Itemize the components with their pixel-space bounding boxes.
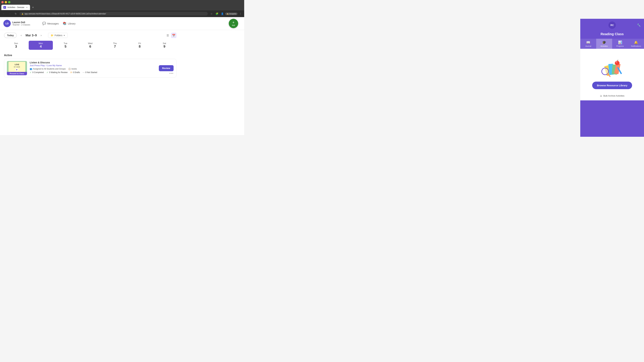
browser-chrome: ✕ – □ S Activities - Seesaw ✕ + ← → ↻ 🔒 … bbox=[0, 0, 244, 17]
list-view-toggle[interactable]: ☰ bbox=[165, 33, 170, 38]
day-cell-fri[interactable]: Fri 8 bbox=[128, 41, 152, 50]
folders-icon: 📁 bbox=[51, 34, 54, 37]
back-button[interactable]: ← bbox=[1, 11, 6, 16]
library-label: Library bbox=[68, 22, 76, 25]
activity-thumbnail[interactable]: LOVE MY NAME Present to Class bbox=[7, 61, 27, 75]
day-name-mon: Mon bbox=[38, 42, 43, 44]
day-name-fri: Fri bbox=[138, 42, 141, 44]
messages-label: Messages bbox=[47, 22, 59, 25]
user-role: Teacher - 2 Classes bbox=[12, 24, 30, 26]
day-num-mon: 4 bbox=[40, 44, 42, 48]
url-bar[interactable]: 🔒 app.seesaw.me/#/class/class.c30aacd0-6… bbox=[20, 12, 208, 15]
add-button[interactable]: + Add bbox=[229, 19, 238, 28]
prev-week-button[interactable]: ‹ bbox=[19, 33, 24, 38]
day-name-sun: Sun bbox=[14, 42, 18, 44]
next-week-button[interactable]: › bbox=[39, 33, 44, 38]
activity-meta: 👥 Assigned to All Students and Groups 📋 … bbox=[30, 68, 156, 70]
not-started-stat: — 0 Not Started bbox=[83, 71, 97, 73]
top-nav: LD Lauren Deli Teacher - 2 Classes 💬 Mes… bbox=[0, 17, 244, 30]
main-content: Today ‹ Mar 3–9 › 📁 Folders ▼ ☰ 📅 Sun 3 … bbox=[0, 30, 180, 135]
day-name-tue: Tue bbox=[64, 42, 68, 44]
plus-icon: + bbox=[232, 21, 234, 24]
day-cell-wed[interactable]: Wed 6 bbox=[78, 41, 102, 50]
new-tab-button[interactable]: + bbox=[31, 5, 35, 9]
day-num-fri: 8 bbox=[139, 44, 140, 48]
library-icon: 📚 bbox=[63, 22, 66, 25]
active-tab[interactable]: S Activities - Seesaw ✕ bbox=[1, 5, 30, 10]
incognito-label: Incognito bbox=[229, 13, 236, 15]
lock-icon: 🔒 bbox=[22, 13, 24, 15]
folders-label: Folders bbox=[54, 34, 62, 37]
incognito-icon: 🕵 bbox=[226, 13, 228, 15]
messages-link[interactable]: 💬 Messages bbox=[42, 22, 59, 25]
completed-check-icon: ✓ bbox=[30, 71, 32, 74]
day-num-sat: 9 bbox=[164, 44, 165, 48]
assigned-text: Assigned to All Students and Groups bbox=[33, 68, 66, 70]
address-bar: ← → ↻ 🔒 app.seesaw.me/#/class/class.c30a… bbox=[0, 10, 244, 17]
activity-stats: ✓ 0 Completed ✓ 0 Waiting for Review ⟳ 0… bbox=[30, 71, 156, 74]
day-cell-tue[interactable]: Tue 5 bbox=[54, 41, 78, 50]
library-link[interactable]: 📚 Library bbox=[63, 22, 76, 25]
drafts-stat: ⟳ 0 Drafts bbox=[70, 71, 80, 74]
completed-text: 0 Completed bbox=[32, 71, 44, 73]
not-started-icon: — bbox=[83, 71, 85, 73]
tag-icon: 📋 bbox=[68, 68, 71, 70]
profile-button[interactable]: 👤 bbox=[220, 11, 224, 16]
date-range: Mar 3–9 bbox=[26, 34, 37, 37]
tag-meta: 📋 books bbox=[68, 68, 77, 70]
tab-bar: S Activities - Seesaw ✕ + bbox=[0, 4, 244, 10]
present-to-class-overlay[interactable]: Present to Class bbox=[7, 72, 27, 75]
tab-close-btn[interactable]: ✕ bbox=[26, 6, 28, 8]
day-cell-thu[interactable]: Thu 7 bbox=[103, 41, 127, 50]
messages-icon: 💬 bbox=[42, 22, 46, 25]
waiting-stat: ✓ 0 Waiting for Review bbox=[46, 71, 68, 74]
more-menu-button[interactable]: ••• bbox=[170, 72, 174, 75]
window-min-btn[interactable]: – bbox=[5, 1, 7, 3]
view-toggles: ☰ 📅 bbox=[165, 33, 176, 38]
activity-card: LOVE MY NAME Present to Class Listen & D… bbox=[4, 59, 176, 77]
svg-text:LOVE: LOVE bbox=[14, 64, 19, 65]
nav-links: 💬 Messages 📚 Library bbox=[42, 22, 229, 25]
day-name-sat: Sat bbox=[163, 42, 166, 44]
day-cell-sat[interactable]: Sat 9 bbox=[152, 41, 176, 50]
not-started-text: 0 Not Started bbox=[85, 71, 97, 73]
day-num-tue: 5 bbox=[64, 44, 66, 48]
review-button[interactable]: Review bbox=[159, 65, 174, 71]
calendar-view-toggle[interactable]: 📅 bbox=[171, 33, 176, 38]
drafts-icon: ⟳ bbox=[70, 71, 72, 74]
activity-subtitle: Just Press Play: I Love My Name bbox=[30, 64, 156, 67]
assigned-meta: 👥 Assigned to All Students and Groups bbox=[30, 68, 66, 70]
tag-text: books bbox=[72, 68, 77, 70]
drafts-text: 0 Drafts bbox=[73, 71, 80, 73]
incognito-badge: 🕵 Incognito bbox=[225, 12, 238, 15]
completed-stat: ✓ 0 Completed bbox=[30, 71, 44, 74]
url-text: app.seesaw.me/#/class/class.c30aacd0-6c0… bbox=[24, 12, 206, 15]
window-max-btn[interactable]: □ bbox=[8, 1, 10, 3]
day-name-wed: Wed bbox=[88, 42, 92, 44]
refresh-button[interactable]: ↻ bbox=[14, 11, 18, 16]
add-label: Add bbox=[232, 24, 235, 26]
user-avatar[interactable]: LD bbox=[3, 20, 11, 27]
activity-info: Listen & Discuss Just Press Play: I Love… bbox=[30, 61, 156, 74]
window-close-btn[interactable]: ✕ bbox=[1, 1, 4, 3]
people-icon: 👥 bbox=[30, 68, 32, 70]
bookmark-button[interactable]: ☆ bbox=[209, 11, 214, 16]
day-cell-sun[interactable]: Sun 3 bbox=[4, 41, 28, 50]
browser-actions: ☆ 🧩 👤 🕵 Incognito ⋮ bbox=[209, 11, 243, 16]
extensions-button[interactable]: 🧩 bbox=[214, 11, 219, 16]
day-name-thu: Thu bbox=[113, 42, 117, 44]
day-cell-mon[interactable]: Mon 4 bbox=[29, 41, 53, 50]
today-button[interactable]: Today bbox=[4, 33, 17, 38]
day-num-sun: 3 bbox=[15, 44, 17, 48]
chevron-down-icon: ▼ bbox=[64, 34, 65, 36]
app-container: LD Lauren Deli Teacher - 2 Classes 💬 Mes… bbox=[0, 17, 244, 135]
user-info: LD Lauren Deli Teacher - 2 Classes bbox=[3, 20, 37, 27]
calendar-week: Sun 3 Mon 4 Tue 5 Wed 6 Thu 7 Fri 8 bbox=[4, 41, 176, 50]
menu-button[interactable]: ⋮ bbox=[238, 11, 243, 16]
calendar-controls: Today ‹ Mar 3–9 › 📁 Folders ▼ ☰ 📅 bbox=[4, 33, 176, 38]
forward-button[interactable]: → bbox=[8, 11, 12, 16]
folders-button[interactable]: 📁 Folders ▼ bbox=[48, 33, 68, 38]
svg-text:MY NAME: MY NAME bbox=[14, 66, 20, 68]
user-details: Lauren Deli Teacher - 2 Classes bbox=[12, 21, 30, 26]
tab-title: Activities - Seesaw bbox=[8, 6, 24, 8]
